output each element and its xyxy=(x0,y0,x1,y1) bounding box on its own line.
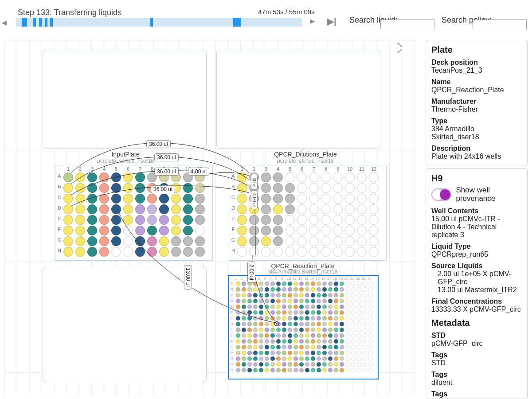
well[interactable] xyxy=(270,333,275,338)
well[interactable] xyxy=(322,299,327,303)
well[interactable] xyxy=(322,368,327,372)
well[interactable] xyxy=(270,368,275,372)
well[interactable] xyxy=(363,328,367,332)
well[interactable] xyxy=(285,226,295,235)
well[interactable] xyxy=(111,247,121,257)
well[interactable] xyxy=(135,183,145,193)
well[interactable] xyxy=(242,305,246,309)
well[interactable] xyxy=(333,172,343,182)
well[interactable] xyxy=(87,194,97,203)
well[interactable] xyxy=(317,282,321,286)
well[interactable] xyxy=(261,226,271,235)
well[interactable] xyxy=(282,293,286,297)
well[interactable] xyxy=(363,316,367,321)
well[interactable] xyxy=(357,172,367,182)
timeline-prev-icon[interactable]: ◂ xyxy=(2,17,7,28)
well[interactable] xyxy=(261,215,271,225)
well[interactable] xyxy=(299,299,304,303)
well[interactable] xyxy=(183,215,193,225)
minimize-icon[interactable]: ⤡⤢ xyxy=(394,42,405,53)
well[interactable] xyxy=(299,316,304,321)
well[interactable] xyxy=(340,362,344,367)
well[interactable] xyxy=(333,247,343,257)
well[interactable] xyxy=(288,356,292,361)
well[interactable] xyxy=(357,183,367,193)
well[interactable] xyxy=(334,333,338,338)
well[interactable] xyxy=(328,282,332,286)
well[interactable] xyxy=(351,287,356,292)
well[interactable] xyxy=(357,247,367,257)
well[interactable] xyxy=(87,247,97,257)
well[interactable] xyxy=(183,204,193,214)
well[interactable] xyxy=(334,362,338,367)
well[interactable] xyxy=(111,183,121,193)
well[interactable] xyxy=(75,236,85,246)
well[interactable] xyxy=(311,339,315,344)
well[interactable] xyxy=(351,345,356,349)
well[interactable] xyxy=(297,172,307,182)
well[interactable] xyxy=(259,322,263,326)
well[interactable] xyxy=(261,172,271,182)
well[interactable] xyxy=(369,247,379,257)
well[interactable] xyxy=(309,247,319,257)
well[interactable] xyxy=(75,183,85,193)
well[interactable] xyxy=(368,316,373,321)
well[interactable] xyxy=(183,194,193,203)
well[interactable] xyxy=(183,226,193,235)
well[interactable] xyxy=(282,362,286,367)
well[interactable] xyxy=(363,299,367,303)
well[interactable] xyxy=(265,305,269,309)
well[interactable] xyxy=(99,226,109,235)
well[interactable] xyxy=(135,236,145,246)
well[interactable] xyxy=(345,293,350,297)
well[interactable] xyxy=(321,204,331,214)
well[interactable] xyxy=(311,287,315,292)
well[interactable] xyxy=(334,287,338,292)
well[interactable] xyxy=(293,328,298,332)
well[interactable] xyxy=(237,183,247,193)
well[interactable] xyxy=(261,194,271,203)
well[interactable] xyxy=(265,299,269,303)
well[interactable] xyxy=(282,310,286,315)
well[interactable] xyxy=(236,345,240,349)
search-liquid-input[interactable] xyxy=(380,20,434,29)
well[interactable] xyxy=(253,299,258,303)
well[interactable] xyxy=(345,362,350,367)
well[interactable] xyxy=(99,204,109,214)
well[interactable] xyxy=(328,287,332,292)
well[interactable] xyxy=(247,322,252,326)
well[interactable] xyxy=(236,293,240,297)
well[interactable] xyxy=(288,368,292,372)
plate-input[interactable]: 123456789101112ABCDEFGH xyxy=(55,165,213,261)
well[interactable] xyxy=(99,215,109,225)
deck-slot-empty[interactable] xyxy=(216,50,380,149)
well[interactable] xyxy=(299,339,304,344)
well[interactable] xyxy=(242,333,246,338)
well[interactable] xyxy=(111,215,121,225)
well[interactable] xyxy=(270,287,275,292)
well[interactable] xyxy=(322,362,327,367)
well[interactable] xyxy=(195,204,205,214)
well[interactable] xyxy=(87,215,97,225)
well[interactable] xyxy=(322,356,327,361)
well[interactable] xyxy=(311,362,315,367)
well[interactable] xyxy=(369,226,379,235)
well[interactable] xyxy=(322,282,327,286)
well[interactable] xyxy=(171,204,181,214)
well[interactable] xyxy=(357,226,367,235)
well[interactable] xyxy=(357,310,361,315)
well[interactable] xyxy=(299,322,304,326)
well[interactable] xyxy=(99,247,109,257)
well[interactable] xyxy=(311,282,315,286)
well[interactable] xyxy=(299,345,304,349)
well[interactable] xyxy=(253,351,258,355)
well[interactable] xyxy=(236,368,240,372)
well[interactable] xyxy=(369,194,379,203)
well[interactable] xyxy=(237,215,247,225)
well[interactable] xyxy=(265,345,269,349)
well[interactable] xyxy=(270,362,275,367)
well[interactable] xyxy=(363,356,367,361)
well[interactable] xyxy=(368,322,373,326)
well[interactable] xyxy=(253,305,258,309)
well[interactable] xyxy=(369,204,379,214)
